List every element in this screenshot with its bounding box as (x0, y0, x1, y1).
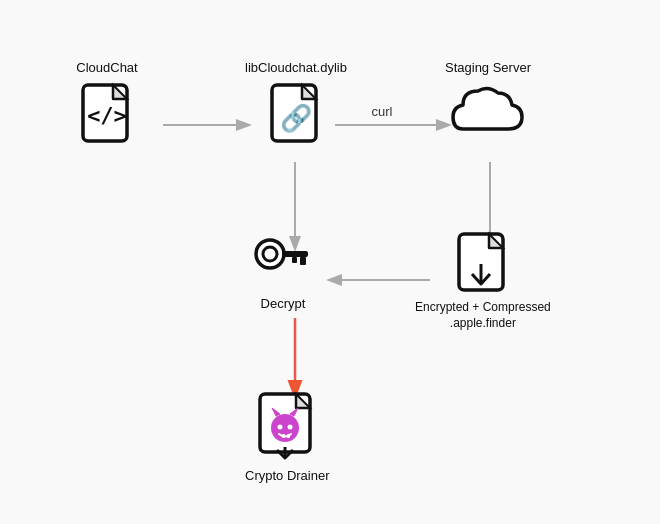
cloudchat-icon: </> (75, 81, 139, 151)
svg-point-30 (288, 425, 293, 430)
svg-rect-31 (282, 434, 285, 438)
cloudchat-label: CloudChat (76, 60, 137, 75)
libcloudchat-node: libCloudchat.dylib 🔗 (245, 60, 347, 151)
staging-icon (448, 81, 528, 141)
encrypted-label: Encrypted + Compressed.apple.finder (415, 300, 551, 331)
decrypt-label: Decrypt (261, 296, 306, 311)
svg-text:</>: </> (87, 103, 127, 128)
svg-rect-16 (282, 251, 308, 257)
cloudchat-node: CloudChat </> (75, 60, 139, 151)
cryptodrainer-label: Crypto Drainer (245, 468, 330, 483)
encrypted-node: Encrypted + Compressed.apple.finder (415, 230, 551, 331)
svg-rect-18 (292, 257, 297, 263)
svg-rect-17 (300, 257, 306, 265)
svg-point-15 (263, 247, 277, 261)
diagram: curl CloudChat </> libCloudchat.dylib (0, 0, 660, 524)
cryptodrainer-icon (252, 390, 322, 462)
svg-point-29 (278, 425, 283, 430)
svg-text:🔗: 🔗 (280, 102, 313, 134)
staging-label: Staging Server (445, 60, 531, 75)
svg-point-26 (271, 414, 299, 442)
staging-node: Staging Server (445, 60, 531, 141)
cryptodrainer-node: Crypto Drainer (245, 390, 330, 483)
libcloudchat-label: libCloudchat.dylib (245, 60, 347, 75)
curl-label: curl (372, 104, 393, 119)
libcloudchat-icon: 🔗 (264, 81, 328, 151)
encrypted-icon (451, 230, 515, 294)
svg-rect-32 (287, 434, 290, 438)
decrypt-icon (248, 230, 318, 290)
decrypt-node: Decrypt (248, 230, 318, 311)
